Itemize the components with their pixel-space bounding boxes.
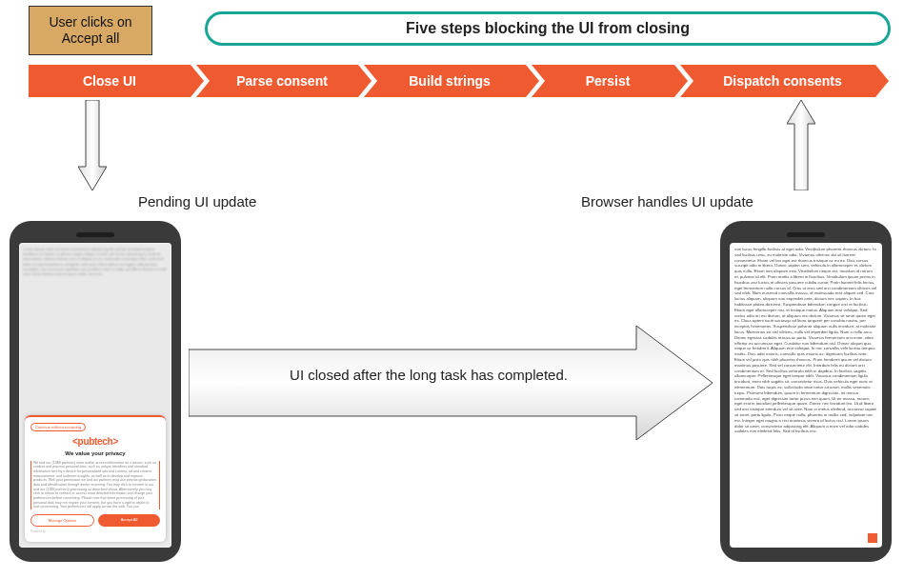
diagram-title: Five steps blocking the UI from closing: [205, 11, 891, 46]
phone-before: Lorem ipsum dolor sit amet consectetur a…: [10, 221, 181, 562]
step-label: Close UI: [83, 73, 136, 89]
diagram-title-text: Five steps blocking the UI from closing: [406, 20, 690, 37]
step-dispatch-consents: Dispatch consents: [680, 65, 875, 97]
consent-body-text: We and our (1389 partners) store and/or …: [30, 461, 160, 509]
manage-options-button[interactable]: Manage Options: [30, 514, 94, 527]
phone-screen-after: non lacus fringilla facilisis at eget od…: [730, 243, 882, 548]
brand-logo: <pubtech>: [30, 435, 160, 448]
consent-buttons-row: Manage Options Accept All: [30, 514, 160, 527]
accept-all-button[interactable]: Accept All: [98, 514, 160, 527]
arrow-up-icon: [787, 100, 815, 190]
phone-after: non lacus fringilla facilisis at eget od…: [720, 221, 892, 562]
step-label: Build strings: [409, 73, 491, 89]
step-parse-consent: Parse consent: [196, 65, 358, 97]
article-text: non lacus fringilla facilisis at eget od…: [734, 247, 877, 433]
phone-screen-before: Lorem ipsum dolor sit amet consectetur a…: [19, 243, 171, 548]
step-label: Parse consent: [236, 73, 328, 89]
callout-user-clicks: User clicks on Accept all: [29, 6, 152, 55]
step-build-strings: Build strings: [364, 65, 526, 97]
step-persist: Persist: [532, 65, 674, 97]
callout-text: User clicks on Accept all: [49, 14, 131, 48]
step-close-ui: Close UI: [29, 65, 191, 97]
powered-by-text: Powered by: [30, 530, 160, 534]
continue-without-accepting-link[interactable]: Continue without accepting: [30, 423, 86, 431]
label-pending-update: Pending UI update: [138, 193, 256, 210]
consent-dialog: Continue without accepting <pubtech> We …: [25, 415, 166, 542]
callout-line2: Accept all: [62, 30, 120, 46]
highlight-marker-icon: [868, 533, 877, 543]
arrow-right-icon: [189, 326, 713, 440]
big-arrow-label: UI closed after the long task has comple…: [210, 367, 648, 383]
consent-heading: We value your privacy: [30, 450, 160, 458]
step-label: Dispatch consents: [723, 73, 841, 89]
arrow-down-icon: [78, 100, 107, 190]
step-label: Persist: [586, 73, 631, 89]
steps-row: Close UI Parse consent Build strings Per…: [29, 65, 881, 97]
label-browser-handles: Browser handles UI update: [581, 193, 753, 210]
phone-speaker: [76, 232, 114, 237]
phone-speaker: [787, 232, 825, 237]
callout-line1: User clicks on: [49, 14, 131, 30]
